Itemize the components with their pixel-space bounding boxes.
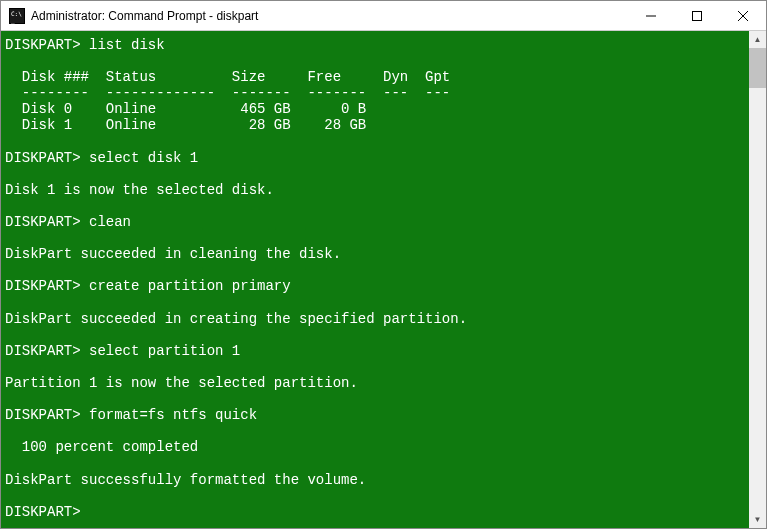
prompt-line: DISKPART> clean <box>5 214 745 230</box>
window-title: Administrator: Command Prompt - diskpart <box>31 9 628 23</box>
minimize-button[interactable] <box>628 1 674 30</box>
blank-line <box>5 295 745 311</box>
maximize-button[interactable] <box>674 1 720 30</box>
output-line: DiskPart succeeded in creating the speci… <box>5 311 745 327</box>
blank-line <box>5 359 745 375</box>
prompt-line: DISKPART> <box>5 504 745 520</box>
blank-line <box>5 230 745 246</box>
blank-line <box>5 198 745 214</box>
output-line: Disk 0 Online 465 GB 0 B <box>5 101 745 117</box>
prompt-line: DISKPART> format=fs ntfs quick <box>5 407 745 423</box>
terminal-container: DISKPART> list disk Disk ### Status Size… <box>1 31 766 528</box>
output-line: 100 percent completed <box>5 439 745 455</box>
blank-line <box>5 423 745 439</box>
svg-rect-5 <box>693 11 702 20</box>
output-line: -------- ------------- ------- ------- -… <box>5 85 745 101</box>
output-line: DiskPart successfully formatted the volu… <box>5 472 745 488</box>
output-line: Partition 1 is now the selected partitio… <box>5 375 745 391</box>
titlebar: C:\ _ Administrator: Command Prompt - di… <box>1 1 766 31</box>
output-line: DiskPart succeeded in cleaning the disk. <box>5 246 745 262</box>
prompt-line: DISKPART> list disk <box>5 37 745 53</box>
output-line: Disk ### Status Size Free Dyn Gpt <box>5 69 745 85</box>
prompt-line: DISKPART> create partition primary <box>5 278 745 294</box>
blank-line <box>5 455 745 471</box>
vertical-scrollbar[interactable]: ▲ ▼ <box>749 31 766 528</box>
output-line: Disk 1 is now the selected disk. <box>5 182 745 198</box>
output-line: Disk 1 Online 28 GB 28 GB <box>5 117 745 133</box>
terminal-output[interactable]: DISKPART> list disk Disk ### Status Size… <box>1 31 749 528</box>
window-controls <box>628 1 766 30</box>
blank-line <box>5 53 745 69</box>
blank-line <box>5 327 745 343</box>
scroll-down-button[interactable]: ▼ <box>749 511 766 528</box>
cmd-icon: C:\ _ <box>9 8 25 24</box>
blank-line <box>5 166 745 182</box>
prompt-line: DISKPART> select disk 1 <box>5 150 745 166</box>
blank-line <box>5 134 745 150</box>
svg-text:_: _ <box>11 16 15 24</box>
blank-line <box>5 391 745 407</box>
blank-line <box>5 262 745 278</box>
scroll-up-button[interactable]: ▲ <box>749 31 766 48</box>
close-button[interactable] <box>720 1 766 30</box>
prompt-line: DISKPART> select partition 1 <box>5 343 745 359</box>
scrollbar-thumb[interactable] <box>749 48 766 88</box>
blank-line <box>5 488 745 504</box>
